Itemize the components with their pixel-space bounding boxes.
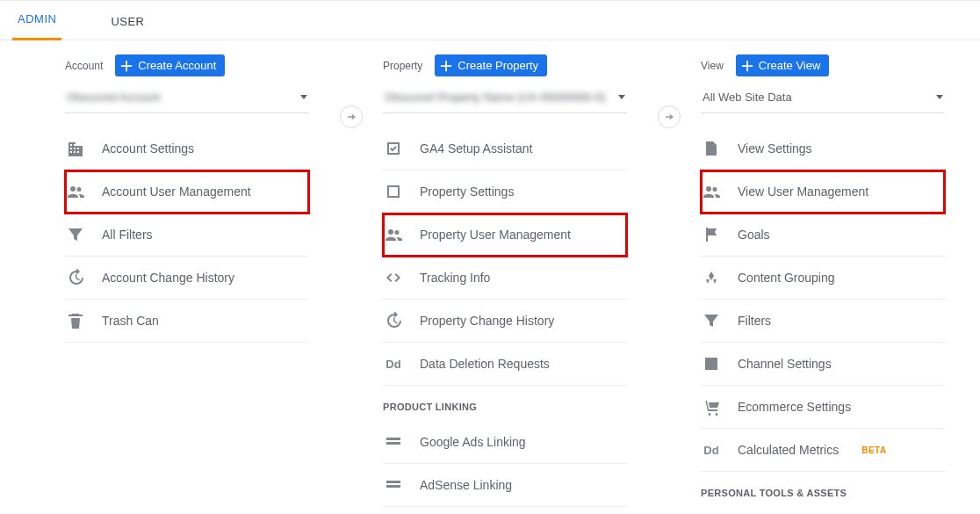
- code-icon: [385, 269, 402, 286]
- ga4-setup-assistant[interactable]: GA4 Setup Assistant: [383, 127, 627, 170]
- arrow-right-icon: [345, 111, 357, 123]
- people-icon: [703, 183, 720, 200]
- tracking-info[interactable]: Tracking Info: [383, 257, 627, 300]
- item-label: Account User Management: [102, 185, 251, 199]
- item-label: Account Change History: [102, 271, 234, 285]
- account-label: Account: [65, 60, 103, 72]
- ad-exchange-linking[interactable]: Ad Exchange Linking: [383, 507, 627, 514]
- personal-tools-header: PERSONAL TOOLS & ASSETS: [701, 472, 945, 507]
- product-linking-menu: Google Ads Linking AdSense Linking Ad Ex…: [383, 421, 627, 514]
- tab-user[interactable]: USER: [105, 15, 149, 40]
- people-icon: [385, 226, 402, 243]
- item-label: Property Change History: [420, 314, 554, 328]
- item-label: Property User Management: [420, 228, 571, 242]
- page-icon: [703, 140, 720, 157]
- item-label: Goals: [738, 228, 770, 242]
- column-account: Account Create Account Obscured Account …: [0, 54, 351, 514]
- account-selected: Obscured Account: [67, 90, 160, 104]
- item-label: Channel Settings: [738, 357, 832, 371]
- view-selected: All Web Site Data: [703, 90, 792, 104]
- product-linking-header: PRODUCT LINKING: [383, 386, 627, 421]
- account-change-history[interactable]: Account Change History: [65, 257, 309, 300]
- view-selector[interactable]: All Web Site Data: [701, 85, 945, 113]
- item-label: Data Deletion Requests: [420, 357, 550, 371]
- history-icon: [67, 269, 84, 286]
- cart-icon: [703, 398, 720, 416]
- create-view-label: Create View: [759, 59, 821, 72]
- ecommerce-settings[interactable]: Ecommerce Settings: [701, 386, 945, 429]
- funnel-icon: [67, 226, 84, 243]
- funnel-icon: [703, 312, 720, 329]
- move-to-view-button[interactable]: [658, 105, 681, 128]
- dd-icon: Dd: [703, 441, 720, 459]
- dd-icon: Dd: [385, 355, 402, 373]
- create-property-label: Create Property: [458, 59, 538, 72]
- property-selected: Obscured Property Name (UA-00000000-0): [385, 90, 605, 104]
- plus-icon: [440, 60, 452, 72]
- item-label: Content Grouping: [738, 271, 835, 285]
- caret-down-icon: [618, 95, 625, 99]
- item-label: Calculated Metrics: [738, 443, 839, 457]
- caret-down-icon: [936, 95, 943, 99]
- create-property-button[interactable]: Create Property: [435, 54, 547, 76]
- goals[interactable]: Goals: [701, 214, 945, 257]
- plus-icon: [120, 60, 133, 72]
- history-icon: [385, 312, 402, 329]
- property-user-management[interactable]: Property User Management: [383, 214, 627, 257]
- property-label: Property: [383, 60, 422, 72]
- item-label: All Filters: [102, 228, 153, 242]
- move-to-property-button[interactable]: [340, 105, 363, 128]
- item-label: View Settings: [738, 141, 812, 156]
- item-label: Property Settings: [420, 185, 514, 199]
- calculated-metrics[interactable]: Dd Calculated Metrics BETA: [701, 429, 945, 472]
- flag-icon: [703, 226, 720, 243]
- square-icon: [385, 183, 402, 200]
- people-icon: [67, 183, 84, 200]
- view-menu: View Settings View User Management Goals…: [701, 127, 945, 472]
- account-selector[interactable]: Obscured Account: [65, 85, 309, 113]
- account-settings[interactable]: Account Settings: [65, 127, 309, 170]
- property-settings[interactable]: Property Settings: [383, 170, 627, 214]
- property-change-history[interactable]: Property Change History: [383, 300, 627, 343]
- item-label: Tracking Info: [420, 271, 490, 285]
- item-label: Trash Can: [102, 314, 159, 328]
- channel-settings[interactable]: Channel Settings: [701, 343, 945, 386]
- content-grouping[interactable]: Content Grouping: [701, 257, 945, 300]
- view-label: View: [701, 60, 724, 72]
- channel-icon: [703, 355, 720, 373]
- column-view: View Create View All Web Site Data View …: [669, 54, 980, 514]
- view-settings[interactable]: View Settings: [701, 127, 945, 170]
- item-label: Ecommerce Settings: [738, 400, 851, 414]
- view-user-management[interactable]: View User Management: [701, 170, 945, 214]
- caret-down-icon: [300, 95, 307, 99]
- view-filters[interactable]: Filters: [701, 300, 945, 343]
- item-label: Google Ads Linking: [420, 435, 526, 449]
- trash-can[interactable]: Trash Can: [65, 300, 309, 343]
- create-view-button[interactable]: Create View: [736, 54, 830, 76]
- column-property: Property Create Property Obscured Proper…: [351, 54, 669, 514]
- item-label: Account Settings: [102, 141, 194, 156]
- adsense-linking[interactable]: AdSense Linking: [383, 464, 627, 507]
- link-icon: [385, 433, 402, 451]
- item-label: View User Management: [738, 185, 868, 199]
- create-account-label: Create Account: [138, 59, 216, 72]
- item-label: Filters: [738, 314, 771, 328]
- property-menu: GA4 Setup Assistant Property Settings Pr…: [383, 127, 627, 386]
- account-user-management[interactable]: Account User Management: [65, 170, 309, 214]
- google-ads-linking[interactable]: Google Ads Linking: [383, 421, 627, 464]
- account-menu: Account Settings Account User Management…: [65, 127, 309, 343]
- top-tabs: ADMIN USER: [0, 0, 980, 40]
- segments[interactable]: Segments: [701, 507, 945, 514]
- beta-badge: BETA: [861, 445, 886, 455]
- create-account-button[interactable]: Create Account: [115, 54, 225, 76]
- trash-icon: [67, 312, 84, 329]
- group-icon: [703, 269, 720, 286]
- plus-icon: [741, 60, 753, 72]
- link-icon: [385, 476, 402, 494]
- item-label: GA4 Setup Assistant: [420, 141, 532, 156]
- check-icon: [385, 140, 402, 157]
- tab-admin[interactable]: ADMIN: [12, 12, 61, 40]
- data-deletion-requests[interactable]: Dd Data Deletion Requests: [383, 343, 627, 386]
- all-filters[interactable]: All Filters: [65, 214, 309, 257]
- property-selector[interactable]: Obscured Property Name (UA-00000000-0): [383, 85, 627, 113]
